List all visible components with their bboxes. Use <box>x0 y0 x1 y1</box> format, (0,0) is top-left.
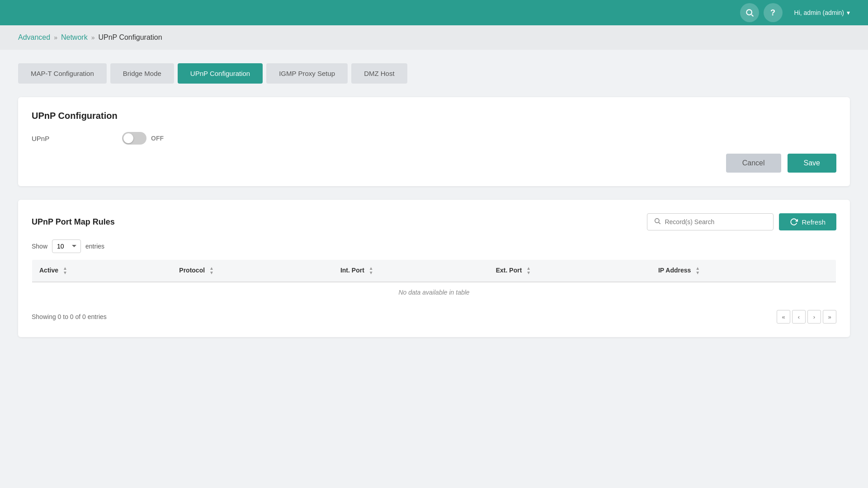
svg-line-3 <box>659 222 660 224</box>
breadcrumb-bar: Advanced » Network » UPnP Configuration <box>0 25 868 50</box>
refresh-button[interactable]: Refresh <box>779 213 836 230</box>
col-protocol[interactable]: Protocol ▲▼ <box>172 260 333 282</box>
tabs: MAP-T Configuration Bridge Mode UPnP Con… <box>18 63 850 84</box>
main-content: MAP-T Configuration Bridge Mode UPnP Con… <box>0 50 868 364</box>
next-page-button[interactable]: › <box>807 310 821 324</box>
upnp-toggle-row: UPnP OFF <box>32 132 836 145</box>
svg-line-1 <box>751 14 753 16</box>
show-entries-row: Show 10 25 50 100 entries <box>32 239 836 253</box>
breadcrumb-current: UPnP Configuration <box>98 33 162 42</box>
breadcrumb-network[interactable]: Network <box>61 33 88 42</box>
breadcrumb-sep-2: » <box>91 34 95 41</box>
sort-active-icon: ▲▼ <box>63 266 67 275</box>
user-label: Hi, admin (admin) <box>794 9 844 16</box>
toggle-slider <box>122 132 146 145</box>
breadcrumb-sep-1: » <box>54 34 57 41</box>
prev-page-button[interactable]: ‹ <box>792 310 806 324</box>
col-ip-address[interactable]: IP Address ▲▼ <box>651 260 836 282</box>
action-row: Cancel Save <box>32 154 836 173</box>
upnp-toggle-wrapper: OFF <box>122 132 164 145</box>
sort-intport-icon: ▲▼ <box>369 266 373 275</box>
no-data-row: No data available in table <box>32 282 836 303</box>
col-active[interactable]: Active ▲▼ <box>32 260 172 282</box>
pagination-row: Showing 0 to 0 of 0 entries « ‹ › » <box>32 310 836 324</box>
col-int-port[interactable]: Int. Port ▲▼ <box>333 260 489 282</box>
upnp-toggle[interactable] <box>122 132 146 145</box>
sort-protocol-icon: ▲▼ <box>209 266 214 275</box>
table-header: Active ▲▼ Protocol ▲▼ Int. Port ▲▼ Ext. … <box>32 260 836 282</box>
help-icon: ? <box>770 8 775 18</box>
user-menu[interactable]: Hi, admin (admin) ▾ <box>792 9 850 16</box>
port-map-header: UPnP Port Map Rules <box>32 213 836 230</box>
tab-dmz-host[interactable]: DMZ Host <box>351 63 407 84</box>
showing-text: Showing 0 to 0 of 0 entries <box>32 313 107 320</box>
port-map-card: UPnP Port Map Rules <box>18 200 850 337</box>
tab-bridge-mode[interactable]: Bridge Mode <box>110 63 174 84</box>
user-caret-icon: ▾ <box>847 9 850 16</box>
tab-igmp-proxy-setup[interactable]: IGMP Proxy Setup <box>266 63 348 84</box>
no-data-cell: No data available in table <box>32 282 836 303</box>
refresh-icon <box>790 218 798 226</box>
tab-mapt-configuration[interactable]: MAP-T Configuration <box>18 63 107 84</box>
first-page-button[interactable]: « <box>777 310 790 324</box>
header: ? Hi, admin (admin) ▾ <box>0 0 868 25</box>
section-controls: Refresh <box>647 213 836 230</box>
toggle-off-label: OFF <box>151 135 164 142</box>
entries-select[interactable]: 10 25 50 100 <box>52 239 81 253</box>
tab-upnp-configuration[interactable]: UPnP Configuration <box>178 63 263 84</box>
last-page-button[interactable]: » <box>823 310 836 324</box>
help-icon-button[interactable]: ? <box>764 3 783 22</box>
col-ext-port[interactable]: Ext. Port ▲▼ <box>489 260 651 282</box>
show-label: Show <box>32 243 47 250</box>
search-box <box>647 213 774 230</box>
pagination-buttons: « ‹ › » <box>777 310 836 324</box>
table-body: No data available in table <box>32 282 836 303</box>
cancel-button[interactable]: Cancel <box>726 154 781 173</box>
search-icon-button[interactable] <box>740 3 759 22</box>
breadcrumb-advanced[interactable]: Advanced <box>18 33 50 42</box>
upnp-config-title: UPnP Configuration <box>32 111 836 121</box>
svg-point-2 <box>655 219 659 223</box>
upnp-label: UPnP <box>32 135 122 142</box>
port-map-title: UPnP Port Map Rules <box>32 217 115 227</box>
entries-label: entries <box>85 243 104 250</box>
sort-ipaddress-icon: ▲▼ <box>695 266 700 275</box>
search-icon <box>654 217 661 226</box>
breadcrumb: Advanced » Network » UPnP Configuration <box>18 33 850 42</box>
sort-extport-icon: ▲▼ <box>526 266 531 275</box>
save-button[interactable]: Save <box>788 154 836 173</box>
search-input[interactable] <box>665 218 767 225</box>
svg-point-0 <box>746 9 752 15</box>
port-map-table: Active ▲▼ Protocol ▲▼ Int. Port ▲▼ Ext. … <box>32 259 836 303</box>
upnp-config-card: UPnP Configuration UPnP OFF Cancel Save <box>18 97 850 186</box>
header-icons: ? Hi, admin (admin) ▾ <box>740 3 850 22</box>
